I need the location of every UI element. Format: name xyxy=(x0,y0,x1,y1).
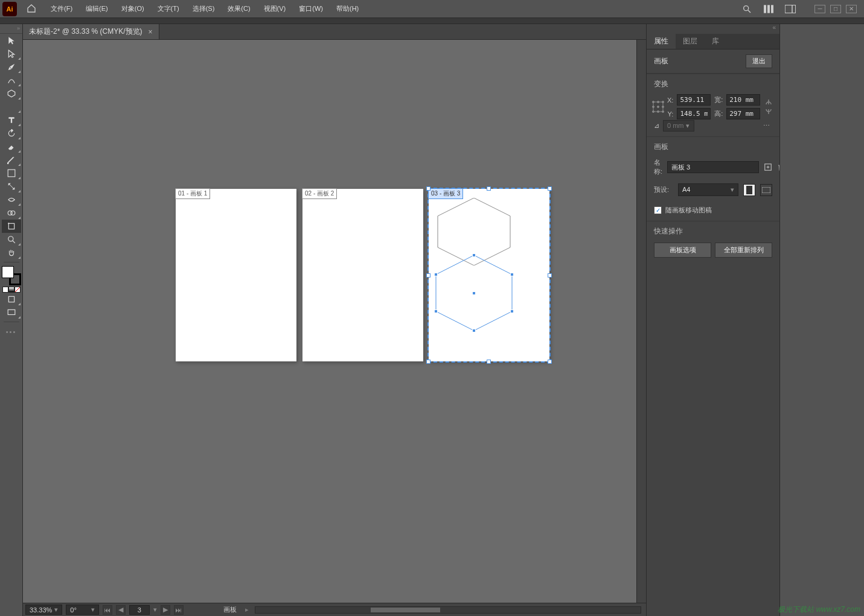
rearrange-all-button[interactable]: 全部重新排列 xyxy=(715,243,772,258)
svg-rect-6 xyxy=(792,5,796,13)
rotate-field[interactable]: 0°▾ xyxy=(66,605,99,615)
status-menu-icon[interactable]: ▸ xyxy=(245,606,249,614)
tab-close-icon[interactable]: × xyxy=(149,28,153,36)
menu-type[interactable]: 文字(T) xyxy=(155,3,182,14)
gradient-tool[interactable] xyxy=(2,167,21,180)
properties-panel: « 属性 图层 库 画板 退出 变换 X: 宽: xyxy=(646,24,779,616)
nav-first-icon[interactable]: ⏮ xyxy=(103,605,112,615)
more-options-icon[interactable]: ⋯ xyxy=(760,119,772,132)
artboard-index-dropdown[interactable]: ▾ xyxy=(153,606,157,614)
svg-point-24 xyxy=(653,106,654,108)
reference-point-icon[interactable] xyxy=(651,100,665,113)
menu-select[interactable]: 选择(S) xyxy=(190,3,217,14)
preset-select[interactable]: A4▾ xyxy=(678,183,738,196)
menu-effect[interactable]: 效果(C) xyxy=(225,3,252,14)
exit-button[interactable]: 退出 xyxy=(746,54,772,68)
menu-view[interactable]: 视图(V) xyxy=(261,3,289,14)
color-mode-row[interactable] xyxy=(2,287,21,293)
orientation-portrait-icon[interactable] xyxy=(743,184,755,196)
link-wh-icon[interactable] xyxy=(763,98,775,115)
svg-line-1 xyxy=(748,10,750,13)
home-icon[interactable] xyxy=(27,4,36,14)
vertical-scrollbar[interactable] xyxy=(636,40,646,603)
curvature-tool[interactable] xyxy=(2,74,21,87)
width-tool[interactable] xyxy=(2,193,21,206)
arrange-icon[interactable] xyxy=(761,2,776,16)
move-with-artboard-checkbox[interactable]: ✓ xyxy=(654,206,662,214)
maximize-button[interactable]: □ xyxy=(830,5,841,13)
y-input[interactable] xyxy=(677,108,711,119)
selection-tool[interactable] xyxy=(2,34,21,47)
rotate-tool[interactable] xyxy=(2,127,21,140)
section-transform: 变换 xyxy=(647,74,779,92)
menu-file[interactable]: 文件(F) xyxy=(48,3,75,14)
shape-tool[interactable] xyxy=(2,87,21,100)
search-icon[interactable] xyxy=(740,2,754,16)
workspace-icon[interactable] xyxy=(783,2,798,16)
direct-selection-tool[interactable] xyxy=(2,47,21,60)
artboard-index[interactable]: 3 xyxy=(129,605,150,615)
svg-rect-17 xyxy=(8,310,15,314)
svg-rect-4 xyxy=(771,5,773,13)
control-bar xyxy=(0,18,864,24)
nav-last-icon[interactable]: ⏭ xyxy=(174,605,184,615)
menu-edit[interactable]: 编辑(E) xyxy=(83,3,110,14)
h-input[interactable] xyxy=(726,108,760,119)
artboard-2-label: 02 - 画板 2 xyxy=(302,188,337,199)
document-tab[interactable]: 未标题-2* @ 33.33 % (CMYK/预览) × xyxy=(23,24,159,39)
zoom-tool[interactable] xyxy=(2,233,21,246)
panel-collapse-icon[interactable]: « xyxy=(647,24,779,34)
minimize-button[interactable]: ─ xyxy=(814,5,825,13)
canvas[interactable]: 01 - 画板 1 02 - 画板 2 03 - 画板 3 xyxy=(23,40,636,603)
svg-point-27 xyxy=(653,111,654,113)
x-label: X: xyxy=(667,97,673,104)
svg-point-25 xyxy=(658,106,659,108)
x-input[interactable] xyxy=(677,94,711,106)
svg-point-0 xyxy=(744,5,749,10)
w-input[interactable] xyxy=(726,94,760,106)
type-tool[interactable] xyxy=(2,113,21,127)
menu-help[interactable]: 帮助(H) xyxy=(334,3,361,14)
h-label: 高: xyxy=(714,109,723,118)
hand-tool[interactable] xyxy=(2,246,21,259)
artboard-1[interactable]: 01 - 画板 1 xyxy=(176,189,296,361)
draw-mode-icon[interactable] xyxy=(2,293,21,306)
close-button[interactable]: ✕ xyxy=(846,5,857,13)
eyedropper-tool[interactable] xyxy=(2,153,21,167)
screen-mode-icon[interactable] xyxy=(2,306,21,319)
y-label: Y: xyxy=(667,110,673,118)
horizontal-scrollbar[interactable] xyxy=(255,606,641,614)
tab-libraries[interactable]: 库 xyxy=(705,34,726,49)
pen-tool[interactable] xyxy=(2,60,21,74)
toolbox-collapse-icon[interactable]: » xyxy=(0,25,22,34)
scale-tool[interactable] xyxy=(2,180,21,193)
toolbox: » ••• xyxy=(0,24,23,616)
menu-window[interactable]: 窗口(W) xyxy=(296,3,325,14)
name-label: 名称: xyxy=(654,158,662,176)
svg-rect-2 xyxy=(764,5,766,13)
panel-tabs: 属性 图层 库 xyxy=(647,34,779,49)
edit-toolbar-icon[interactable]: ••• xyxy=(6,328,17,335)
new-artboard-icon[interactable] xyxy=(764,161,772,173)
app-logo-icon: Ai xyxy=(2,2,17,16)
artboard-tool[interactable] xyxy=(2,220,21,233)
shape-builder-tool[interactable] xyxy=(2,206,21,220)
orientation-landscape-icon[interactable] xyxy=(760,184,772,196)
zoom-field[interactable]: 33.33%▾ xyxy=(25,605,62,615)
artboard-2[interactable]: 02 - 画板 2 xyxy=(302,189,423,361)
nav-next-icon[interactable]: ▶ xyxy=(161,605,170,615)
status-tool-label: 画板 xyxy=(223,605,237,614)
fill-stroke-swatch[interactable] xyxy=(2,266,21,285)
tab-layers[interactable]: 图层 xyxy=(676,34,705,49)
artboard-3[interactable]: 03 - 画板 3 xyxy=(429,189,549,361)
artboard-name-input[interactable] xyxy=(667,161,759,173)
eraser-tool[interactable] xyxy=(2,140,21,153)
nav-prev-icon[interactable]: ◀ xyxy=(116,605,126,615)
brush-tool[interactable] xyxy=(2,100,21,113)
svg-point-22 xyxy=(658,101,659,103)
svg-line-15 xyxy=(12,241,14,243)
angle-input[interactable]: 0 mm ▾ xyxy=(663,120,694,132)
tab-properties[interactable]: 属性 xyxy=(647,34,676,49)
artboard-options-button[interactable]: 画板选项 xyxy=(654,243,711,258)
menu-object[interactable]: 对象(O) xyxy=(119,3,147,14)
